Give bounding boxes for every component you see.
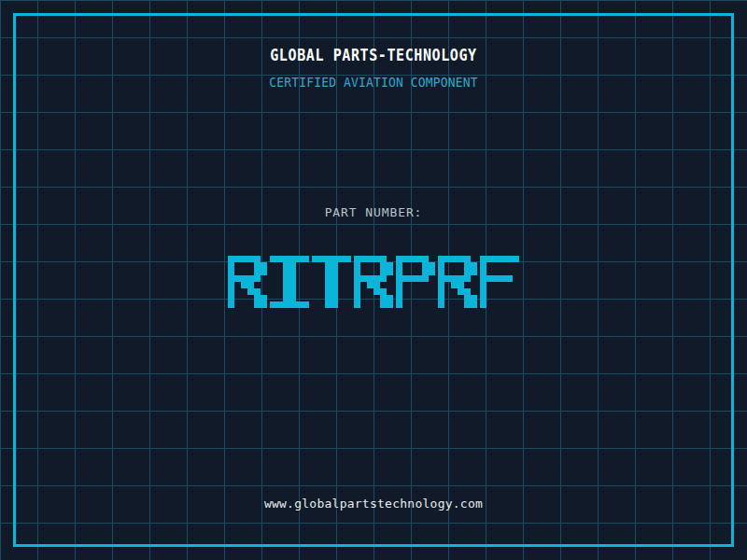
part-number-letter <box>354 256 393 308</box>
part-number-letter <box>312 256 351 308</box>
part-number-letter <box>270 256 309 308</box>
part-number-letter <box>228 256 267 308</box>
certification-subtitle: CERTIFIED AVIATION COMPONENT <box>0 75 747 91</box>
company-title: GLOBAL PARTS-TECHNOLOGY <box>0 46 747 65</box>
part-number-letter <box>396 256 435 308</box>
certificate-screen: GLOBAL PARTS-TECHNOLOGY CERTIFIED AVIATI… <box>0 0 747 560</box>
part-number-letter <box>438 256 477 308</box>
part-number-display <box>228 256 519 308</box>
part-number-label: PART NUMBER: <box>0 205 747 219</box>
part-number-letter <box>480 256 519 308</box>
site-url: www.globalpartstechnology.com <box>0 497 747 511</box>
